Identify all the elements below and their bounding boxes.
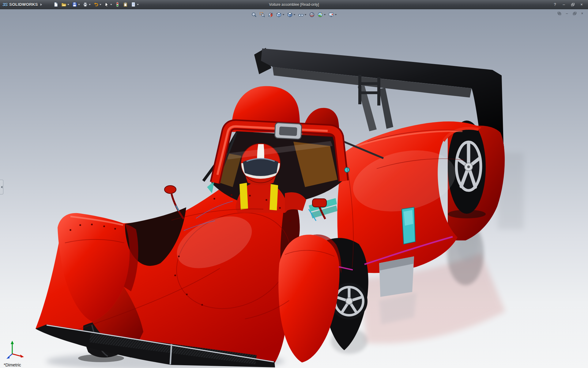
print-icon bbox=[83, 2, 88, 7]
main-toolbar bbox=[52, 1, 140, 8]
save-button[interactable] bbox=[71, 1, 81, 8]
menu-expand-arrow[interactable] bbox=[40, 3, 42, 6]
graphics-area[interactable]: – × *Dimetric bbox=[0, 9, 588, 368]
edit-appearance-button[interactable] bbox=[308, 11, 316, 18]
dropdown-caret[interactable] bbox=[67, 4, 69, 5]
scene-icon bbox=[318, 12, 323, 17]
hide-show-items-button[interactable] bbox=[297, 11, 307, 18]
open-icon bbox=[61, 2, 66, 7]
dropdown-caret[interactable] bbox=[305, 14, 307, 15]
cascade-icon bbox=[558, 12, 561, 15]
dropdown-caret[interactable] bbox=[89, 4, 91, 5]
dropdown-caret[interactable] bbox=[283, 14, 285, 15]
rebuild-icon bbox=[115, 2, 120, 7]
restore-icon bbox=[573, 12, 576, 15]
zoom-to-fit-button[interactable] bbox=[251, 11, 258, 18]
zoom-to-area-button[interactable] bbox=[259, 11, 266, 18]
solidworks-window: { "app": { "logo_mark": "3S", "brand": "… bbox=[0, 0, 588, 368]
orientation-triad bbox=[5, 339, 26, 361]
heads-up-toolbar bbox=[249, 11, 340, 19]
view-orientation-label: *Dimetric bbox=[4, 362, 21, 367]
dropdown-caret[interactable] bbox=[100, 4, 101, 5]
car-model-render bbox=[0, 9, 588, 368]
clipboard-icon bbox=[123, 2, 128, 7]
harness-strap bbox=[239, 183, 248, 210]
apply-scene-button[interactable] bbox=[317, 11, 327, 18]
display-style-button[interactable] bbox=[286, 11, 296, 18]
dropdown-caret[interactable] bbox=[335, 14, 337, 15]
hoop-intake bbox=[275, 123, 302, 139]
undo-icon bbox=[93, 2, 99, 7]
clipboard-button[interactable] bbox=[122, 1, 129, 8]
file-properties-button[interactable] bbox=[130, 1, 140, 8]
view-settings-icon bbox=[329, 12, 334, 17]
close-button[interactable]: × bbox=[578, 2, 586, 8]
app-logo: 3S SOLIDWORKS bbox=[2, 2, 42, 7]
doc-restore-button[interactable] bbox=[572, 11, 577, 16]
doc-minimize-button[interactable]: – bbox=[564, 11, 570, 16]
zoom-fit-icon bbox=[251, 12, 257, 17]
harness-strap bbox=[270, 184, 278, 210]
solidworks-wordmark: SOLIDWORKS bbox=[9, 2, 38, 7]
front-right-fender bbox=[278, 235, 339, 362]
save-icon bbox=[72, 2, 77, 7]
hide-show-icon bbox=[298, 12, 304, 17]
minimize-button[interactable]: – bbox=[560, 2, 568, 8]
doc-close-button[interactable]: × bbox=[579, 11, 585, 16]
rebuild-button[interactable] bbox=[114, 1, 121, 8]
new-document-button[interactable] bbox=[52, 1, 59, 8]
select-icon bbox=[104, 2, 109, 7]
sheet-icon bbox=[131, 2, 136, 7]
dassault-3ds-logo: 3S bbox=[2, 2, 7, 7]
view-orientation-button[interactable] bbox=[275, 11, 285, 18]
dropdown-caret[interactable] bbox=[294, 14, 296, 15]
dropdown-caret[interactable] bbox=[78, 4, 80, 5]
section-icon bbox=[268, 12, 273, 17]
side-marker-cyan bbox=[345, 167, 349, 172]
dropdown-caret[interactable] bbox=[324, 14, 326, 15]
display-style-icon bbox=[287, 12, 293, 17]
orientation-icon bbox=[276, 12, 282, 17]
view-settings-button[interactable] bbox=[328, 11, 338, 18]
print-button[interactable] bbox=[82, 1, 92, 8]
restore-icon bbox=[571, 3, 575, 6]
open-button[interactable] bbox=[60, 1, 70, 8]
doc-cascade-button[interactable] bbox=[556, 11, 562, 16]
undo-button[interactable] bbox=[92, 1, 102, 8]
new-icon bbox=[53, 2, 58, 7]
help-button[interactable]: ? bbox=[551, 2, 559, 8]
zoom-area-icon bbox=[260, 12, 265, 17]
window-controls: ? – × bbox=[551, 2, 586, 8]
section-view-button[interactable] bbox=[267, 11, 274, 18]
titlebar: 3S SOLIDWORKS Voiture assomblee [Read-on… bbox=[0, 0, 588, 9]
dropdown-caret[interactable] bbox=[110, 4, 112, 5]
restore-button[interactable] bbox=[569, 2, 577, 8]
document-window-controls: – × bbox=[556, 11, 585, 16]
dropdown-caret[interactable] bbox=[137, 4, 139, 5]
chevron-left-icon bbox=[1, 186, 2, 188]
appearance-icon bbox=[309, 12, 315, 17]
select-button[interactable] bbox=[103, 1, 113, 8]
featuremanager-flyout-handle[interactable] bbox=[0, 180, 3, 194]
